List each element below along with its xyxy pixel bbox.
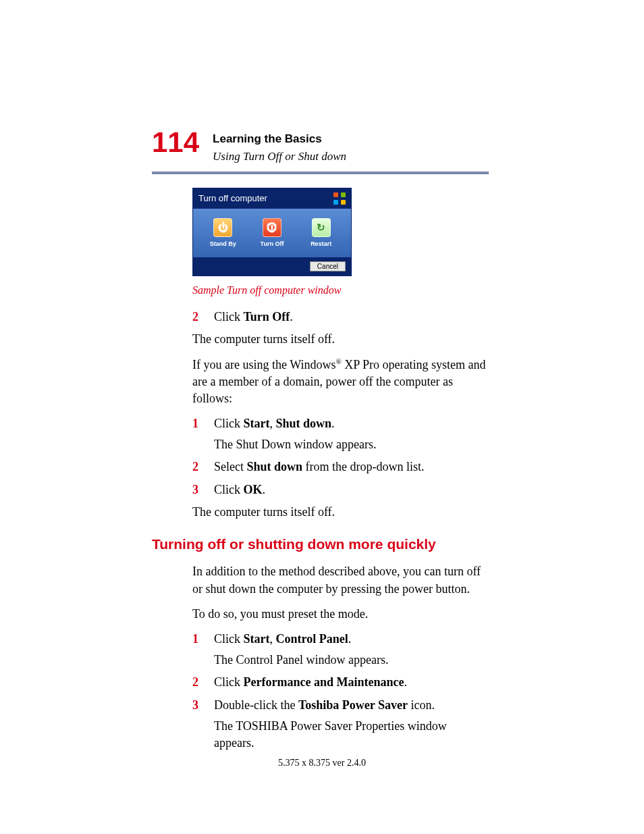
- sub-paragraph: The TOSHIBA Power Saver Properties windo…: [214, 718, 489, 752]
- list-number: 3: [192, 481, 202, 498]
- list-number: 1: [192, 415, 202, 453]
- list-number: 1: [192, 631, 202, 669]
- text: Select: [214, 460, 246, 473]
- text: Click: [214, 483, 244, 496]
- bold-text: Start: [244, 417, 270, 430]
- text: If you are using the Windows: [192, 358, 336, 371]
- list-number: 3: [192, 697, 202, 752]
- turnoff-button[interactable]: ⏼ Turn Off: [253, 218, 291, 249]
- document-page: 114 Learning the Basics Using Turn Off o…: [0, 0, 644, 834]
- list-body: Double-click the Toshiba Power Saver ico…: [214, 697, 489, 752]
- dialog-figure: Turn off computer ⏻ Stand By ⏼ Turn Off: [192, 188, 489, 276]
- list-item: 1 Click Start, Shut down. The Shut Down …: [192, 415, 489, 453]
- chapter-title: Learning the Basics: [213, 131, 346, 147]
- bold-text: Shut down: [276, 417, 332, 430]
- bold-text: Toshiba Power Saver: [298, 698, 408, 712]
- header-text: Learning the Basics Using Turn Off or Sh…: [213, 128, 346, 165]
- list-body: Select Shut down from the drop-down list…: [214, 459, 489, 475]
- sub-paragraph: The Shut Down window appears.: [214, 436, 489, 453]
- page-header: 114 Learning the Basics Using Turn Off o…: [152, 128, 489, 165]
- paragraph: To do so, you must preset the mode.: [192, 606, 489, 623]
- turnoff-label: Turn Off: [253, 240, 291, 249]
- text: Click: [214, 675, 244, 689]
- text: .: [290, 310, 293, 323]
- figure-caption: Sample Turn off computer window: [192, 283, 489, 298]
- text: .: [263, 483, 266, 496]
- bold-text: Start: [244, 632, 270, 646]
- restart-icon: ↻: [312, 218, 331, 237]
- text: icon.: [408, 698, 435, 712]
- text: .: [404, 675, 407, 689]
- standby-icon: ⏻: [213, 218, 232, 237]
- list-number: 2: [192, 309, 202, 325]
- page-number: 114: [152, 128, 199, 157]
- header-rule: [152, 172, 489, 174]
- list-item: 2 Select Shut down from the drop-down li…: [192, 459, 489, 475]
- list-body: Click Turn Off.: [214, 309, 489, 325]
- list-item: 3 Click OK.: [192, 481, 489, 498]
- bold-text: Turn Off: [244, 310, 290, 323]
- text: .: [348, 632, 352, 646]
- list-item: 1 Click Start, Control Panel. The Contro…: [192, 631, 489, 669]
- standby-label: Stand By: [204, 240, 242, 249]
- text: Click: [214, 632, 244, 646]
- paragraph: The computer turns itself off.: [192, 504, 489, 521]
- registered-symbol: ®: [336, 357, 341, 365]
- standby-button[interactable]: ⏻ Stand By: [204, 218, 242, 249]
- page-footer: 5.375 x 8.375 ver 2.4.0: [0, 756, 644, 770]
- text: Click: [214, 417, 244, 430]
- text: ,: [270, 632, 276, 646]
- list-body: Click Start, Control Panel. The Control …: [214, 631, 489, 669]
- bold-text: Performance and Maintenance: [244, 675, 404, 689]
- restart-label: Restart: [302, 240, 340, 249]
- list-body: Click Performance and Maintenance.: [214, 674, 489, 691]
- heading-2: Turning off or shutting down more quickl…: [152, 534, 489, 554]
- list-body: Click OK.: [214, 481, 489, 498]
- text: from the drop-down list.: [302, 460, 424, 473]
- list-number: 2: [192, 674, 202, 691]
- bold-text: Control Panel: [276, 632, 348, 646]
- sub-paragraph: The Control Panel window appears.: [214, 652, 489, 669]
- list-item: 3 Double-click the Toshiba Power Saver i…: [192, 697, 489, 752]
- page-content: Turn off computer ⏻ Stand By ⏼ Turn Off: [152, 188, 489, 752]
- list-item: 2 Click Turn Off.: [192, 309, 489, 325]
- section-subtitle: Using Turn Off or Shut down: [213, 149, 346, 165]
- dialog-titlebar: Turn off computer: [193, 188, 351, 209]
- turn-off-dialog: Turn off computer ⏻ Stand By ⏼ Turn Off: [192, 188, 352, 276]
- bold-text: Shut down: [246, 460, 302, 473]
- text: ,: [270, 417, 276, 430]
- dialog-footer: Cancel: [193, 257, 351, 276]
- turnoff-icon: ⏼: [263, 218, 281, 237]
- dialog-body: ⏻ Stand By ⏼ Turn Off ↻ Restart: [193, 209, 351, 257]
- paragraph: In addition to the method described abov…: [192, 563, 489, 597]
- text: Double-click the: [214, 698, 298, 712]
- text: .: [331, 417, 335, 430]
- bold-text: OK: [244, 483, 263, 496]
- dialog-title-text: Turn off computer: [198, 192, 267, 205]
- paragraph: The computer turns itself off.: [192, 331, 489, 348]
- restart-button[interactable]: ↻ Restart: [302, 218, 340, 249]
- text: Click: [214, 310, 244, 323]
- paragraph: If you are using the Windows® XP Pro ope…: [192, 357, 489, 408]
- list-item: 2 Click Performance and Maintenance.: [192, 674, 489, 691]
- windows-logo-icon: [333, 192, 346, 205]
- cancel-button[interactable]: Cancel: [310, 261, 346, 271]
- list-number: 2: [192, 459, 202, 475]
- list-body: Click Start, Shut down. The Shut Down wi…: [214, 415, 489, 453]
